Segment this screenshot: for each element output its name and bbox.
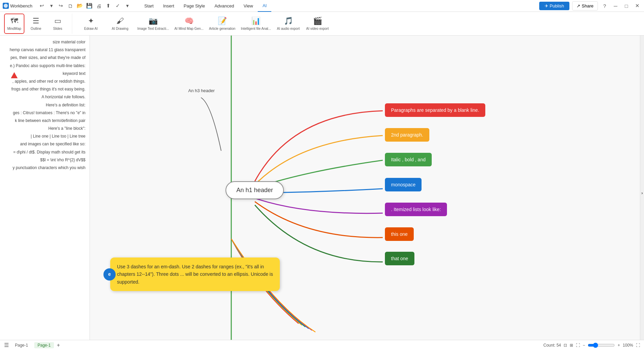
maximize-button[interactable]: □	[622, 2, 630, 10]
nav-insert[interactable]: Insert	[158, 0, 179, 12]
left-line-7: frogs and other things it's not easy bei…	[1, 85, 88, 93]
publish-button[interactable]: ✈ Publish	[539, 2, 570, 10]
layout-button[interactable]: ⊞	[570, 343, 573, 348]
page-tab-active[interactable]: Page-1	[34, 342, 54, 348]
status-menu-icon[interactable]: ☰	[4, 342, 9, 348]
redo-button[interactable]: ↪	[57, 2, 65, 10]
app-icon	[3, 3, 9, 9]
node-itemized[interactable]: . Itemized lists look like:	[385, 203, 447, 216]
export-button[interactable]: ⬆	[104, 2, 113, 10]
node-this-one[interactable]: this one	[385, 227, 414, 241]
share-icon: ↗	[577, 3, 580, 8]
nav-start[interactable]: Start	[140, 0, 158, 12]
node-monospace[interactable]: monospace	[385, 178, 422, 191]
outline-tool[interactable]: ☰ Outline	[26, 14, 46, 34]
zoom-in-button[interactable]: +	[618, 343, 620, 348]
article-gen-icon: 📝	[218, 17, 227, 25]
ai-mindmap-button[interactable]: 🧠 AI Mind Map Gen...	[174, 17, 203, 30]
right-actions: ✈ Publish ↗ Share ? ─ □ ✕	[539, 1, 641, 11]
mindmap-label: MindMap	[7, 27, 21, 30]
left-line-8: A horizontal rule follows.	[1, 93, 88, 101]
save-button[interactable]: 💾	[85, 2, 94, 10]
right-panel-handle[interactable]: ›	[640, 36, 644, 350]
more-button[interactable]: ▾	[123, 2, 132, 10]
fit-page-button[interactable]: ⊡	[564, 343, 567, 348]
left-line-6: , apples, and other red or reddish thing…	[1, 78, 88, 85]
minimize-button[interactable]: ─	[611, 2, 620, 10]
edraw-ai-label: Edraw AI	[84, 27, 98, 30]
h3-node: An h3 header	[188, 88, 215, 93]
node-italic-bold-label: Italic , bold , and	[391, 157, 426, 162]
publish-label: Publish	[550, 3, 564, 8]
add-page-button[interactable]: +	[57, 342, 60, 348]
slides-label: Slides	[53, 27, 62, 30]
nav-ai[interactable]: AI	[258, 0, 271, 12]
fullscreen-button[interactable]: ⛶	[576, 343, 580, 348]
node-italic-bold[interactable]: Italic , bold , and	[385, 153, 432, 166]
arrow-indicator	[11, 72, 18, 78]
ai-tools: ✦ Edraw AI 🖌 AI Drawing 📷 Image Text Ext…	[76, 17, 332, 30]
open-button[interactable]: 📂	[76, 2, 84, 10]
publish-icon: ✈	[545, 3, 548, 8]
left-line-12: Here's a "line block":	[1, 125, 88, 132]
page-tab-inactive[interactable]: Page-1	[12, 342, 32, 348]
node-2nd-paragraph-label: 2nd paragraph.	[391, 132, 423, 138]
edraw-ai-button[interactable]: ✦ Edraw AI	[79, 17, 103, 30]
app-title-text: Workbench	[10, 3, 33, 8]
undo-button[interactable]: ↩	[38, 2, 46, 10]
audio-export-label: AI audio export	[277, 27, 299, 30]
fullscreen-expand-button[interactable]: ⛶	[636, 343, 640, 348]
ai-mindmap-label: AI Mind Map Gen...	[174, 27, 203, 30]
article-gen-button[interactable]: 📝 Article generation	[209, 17, 235, 30]
node-paragraphs[interactable]: Paragraphs are separated by a blank line…	[385, 103, 485, 117]
outline-label: Outline	[31, 27, 41, 30]
left-line-15: = d\phi / dt$. Display math should get i…	[1, 148, 88, 156]
outline-icon: ☰	[33, 17, 39, 25]
left-line-3: pes, their sizes, and what they're made …	[1, 54, 88, 62]
mindmap-tool[interactable]: 🗺 MindMap	[4, 14, 24, 34]
undo-dropdown[interactable]: ▾	[47, 2, 56, 10]
image-text-button[interactable]: 📷 Image Text Extracti...	[137, 17, 169, 30]
left-line-17: y punctuation characters which you wish	[1, 164, 88, 172]
left-panel: size material color hemp canvas natural …	[0, 36, 90, 350]
slides-tool[interactable]: ▭ Slides	[47, 14, 68, 34]
video-export-button[interactable]: 🎬 AI video export	[306, 17, 329, 30]
left-line-2: hemp canvas natural 11 glass transparent	[1, 46, 88, 54]
count-display: Count: 54	[543, 343, 561, 348]
left-line-13: | Line one | Line too | Line tree	[1, 132, 88, 140]
left-line-10: ges : Citrus! tomatoes : There's no "e" …	[1, 109, 88, 117]
title-bar: Workbench ↩ ▾ ↪ 🗋 📂 💾 🖨 ⬆ ✓ ▾ Start Inse…	[0, 0, 644, 12]
status-bar: ☰ Page-1 Page-1 + Count: 54 ⊡ ⊞ ⛶ − + 10…	[0, 340, 644, 350]
zoom-slider[interactable]	[588, 343, 615, 348]
zoom-out-button[interactable]: −	[583, 343, 585, 348]
canvas[interactable]: An h3 header An h1 header Paragraphs are…	[90, 36, 640, 350]
checkmark-button[interactable]: ✓	[114, 2, 122, 10]
file-analysis-icon: 📊	[251, 17, 260, 25]
nav-page-style[interactable]: Page Style	[179, 0, 210, 12]
help-button[interactable]: ?	[601, 2, 609, 10]
file-analysis-button[interactable]: 📊 Intelligent file Anal...	[241, 17, 271, 30]
ai-drawing-label: AI Drawing	[112, 27, 129, 30]
node-2nd-paragraph[interactable]: 2nd paragraph.	[385, 128, 429, 142]
close-button[interactable]: ✕	[633, 2, 641, 10]
ai-drawing-button[interactable]: 🖌 AI Drawing	[108, 17, 132, 30]
zoom-level: 100%	[623, 343, 633, 348]
center-node-label: An h1 header	[236, 187, 273, 193]
node-that-one[interactable]: that one	[385, 252, 414, 265]
svg-point-0	[4, 4, 8, 8]
center-node[interactable]: An h1 header	[226, 181, 284, 199]
nav-view[interactable]: View	[239, 0, 258, 12]
nav-advanced[interactable]: Advanced	[210, 0, 239, 12]
left-line-1: size material color	[1, 38, 88, 46]
tooltip-popup: e Use 3 dashes for an em-dash. Use 2 das…	[110, 258, 280, 291]
main-area: size material color hemp canvas natural …	[0, 36, 644, 350]
print-button[interactable]: 🖨	[95, 2, 103, 10]
node-that-one-label: that one	[391, 256, 408, 261]
node-paragraphs-label: Paragraphs are separated by a blank line…	[391, 107, 479, 113]
video-export-icon: 🎬	[313, 17, 322, 25]
share-label: Share	[582, 3, 593, 8]
audio-export-button[interactable]: 🎵 AI audio export	[276, 17, 300, 30]
article-gen-label: Article generation	[209, 27, 235, 30]
new-button[interactable]: 🗋	[66, 2, 75, 10]
share-button[interactable]: ↗ Share	[572, 1, 598, 11]
